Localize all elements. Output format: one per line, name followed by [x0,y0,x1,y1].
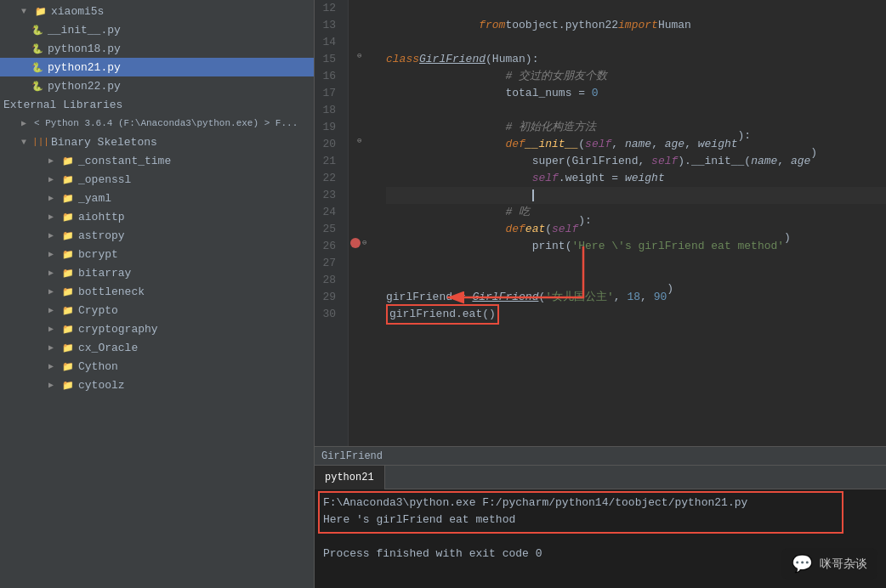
collapse-icon: ▶ [17,116,31,130]
folder-icon: 📁 [61,172,75,186]
line-num-24: 24 [315,204,341,221]
sidebar-item-crypto[interactable]: ▶ 📁 Crypto [0,301,314,319]
terminal-tab-python21[interactable]: python21 [315,466,385,489]
sidebar-item-label: External Libraries [3,99,122,111]
sidebar-item-label: cryptography [78,323,158,336]
folder-icon: 📁 [61,378,75,392]
py-file-icon: 🐍 [31,60,44,74]
sidebar-item-label: _constant_time [78,155,171,167]
line-num-15: 15 [315,51,341,68]
py-file-icon: 🐍 [31,23,44,37]
folder-icon: 📁 [61,191,75,205]
sidebar-item-python21[interactable]: 🐍 python21.py [0,58,314,76]
folder-arrow: ▶ [44,154,58,167]
folder-icon: 📁 [34,4,48,18]
sidebar-item-openssl[interactable]: ▶ 📁 _openssl [0,170,314,189]
sidebar-item-label: _yaml [78,192,111,205]
folder-arrow: ▶ [44,285,58,298]
folder-icon: 📁 [61,359,75,373]
line-num-27: 27 [315,255,341,272]
line-num-17: 17 [315,85,341,102]
sidebar-item-label: Cython [78,360,118,373]
folder-icon: 📁 [61,322,75,336]
editor-area: 12 13 14 15 16 17 18 19 20 21 22 23 24 2… [315,0,886,588]
sidebar-item-cx-oracle[interactable]: ▶ 📁 cx_Oracle [0,338,314,357]
code-line-26: print('Here \'s girlFriend eat method') [386,238,886,255]
sidebar-item-label: < Python 3.6.4 (F:\Anaconda3\python.exe)… [34,118,298,128]
code-line-14 [386,34,886,51]
line-num-19: 19 [315,119,341,136]
line-numbers: 12 13 14 15 16 17 18 19 20 21 22 23 24 2… [315,0,349,446]
line-num-12: 12 [315,0,341,17]
line-num-22: 22 [315,170,341,187]
terminal-line-3 [323,529,877,546]
sidebar-item-astropy[interactable]: ▶ 📁 astropy [0,226,314,245]
sidebar-item-label: python18.py [48,42,121,55]
code-line-27 [386,255,886,272]
folder-icon: 📁 [61,210,75,223]
line-num-13: 13 [315,17,341,34]
code-line-29: girlFriend = GirlFriend('女儿国公主', 18, 90) [386,289,886,306]
red-box-eat-call: girlFriend.eat() [386,304,499,325]
sidebar-item-label: cytoolz [78,379,125,392]
line-num-14: 14 [315,34,341,51]
folder-arrow: ▶ [44,229,58,242]
terminal-tab-bar: python21 [315,466,886,489]
sidebar-item-bottleneck[interactable]: ▶ 📁 bottleneck [0,282,314,301]
folder-arrow: ▶ [44,378,58,392]
terminal-line-1: F:\Anaconda3\python.exe F:/pycharm/pytho… [323,495,877,512]
gutter: ⊖ ⊖ ⊖ [349,0,379,446]
sidebar-item-bitarray[interactable]: ▶ 📁 bitarray [0,263,314,282]
sidebar-item-label: bitarray [78,267,131,280]
line-num-28: 28 [315,272,341,289]
folder-icon: 📁 [61,341,75,354]
editor-content: 12 13 14 15 16 17 18 19 20 21 22 23 24 2… [315,0,886,446]
fold-20: ⊖ [357,136,361,145]
folder-arrow: ▶ [44,172,58,186]
terminal-line-2: Here 's girlFriend eat method [323,512,877,529]
breakpoint-dot [350,238,361,248]
line-num-20: 20 [315,136,341,153]
line-num-23: 23 [315,187,341,204]
code-editor[interactable]: from toobject.python22 import Human clas… [379,0,886,446]
sidebar-item-python22[interactable]: 🐍 python22.py [0,76,314,95]
sidebar-item-bcrypt[interactable]: ▶ 📁 bcrypt [0,245,314,263]
sidebar: ▼ 📁 xiaomi5s 🐍 __init__.py 🐍 python18.py… [0,0,315,588]
editor-status-bar: GirlFriend [315,446,886,465]
sidebar-item-constant-time[interactable]: ▶ 📁 _constant_time [0,151,314,170]
folder-arrow: ▶ [44,303,58,317]
sidebar-item-label: bottleneck [78,286,145,298]
expand-icon: ▼ [17,4,31,18]
sidebar-item-cython[interactable]: ▶ 📁 Cython [0,357,314,376]
sidebar-item-cytoolz[interactable]: ▶ 📁 cytoolz [0,376,314,394]
fold-15: ⊖ [357,51,361,60]
py-file-icon: 🐍 [31,79,44,93]
folder-icon: 📁 [61,266,75,280]
folder-icon: 📁 [61,229,75,242]
folder-icon: 📁 [61,303,75,317]
code-line-17: total_nums = 0 [386,85,886,102]
expand-icon: ▼ [17,135,31,149]
sidebar-item-binary-skeletons[interactable]: ▼ ||| Binary Skeletons [0,133,314,151]
folder-icon: 📁 [61,247,75,261]
sidebar-item-yaml[interactable]: ▶ 📁 _yaml [0,189,314,207]
sidebar-item-external-libs[interactable]: External Libraries [0,95,314,114]
sidebar-item-python18[interactable]: 🐍 python18.py [0,39,314,58]
sidebar-item-python-env[interactable]: ▶ < Python 3.6.4 (F:\Anaconda3\python.ex… [0,114,314,133]
line-num-25: 25 [315,221,341,238]
sidebar-item-aiohttp[interactable]: ▶ 📁 aiohttp [0,207,314,226]
code-line-28 [386,272,886,289]
folder-icon: 📁 [61,285,75,298]
sidebar-item-label: python22.py [48,80,121,93]
main-area: ▼ 📁 xiaomi5s 🐍 __init__.py 🐍 python18.py… [0,0,886,588]
wechat-watermark: 💬 咪哥杂谈 [781,548,877,580]
fold-25: ⊖ [362,238,366,247]
line-num-16: 16 [315,68,341,85]
sidebar-item-init-py[interactable]: 🐍 __init__.py [0,20,314,39]
sidebar-item-xiaomi5s[interactable]: ▼ 📁 xiaomi5s [0,2,314,20]
sidebar-item-label: _openssl [78,173,131,186]
sidebar-item-label: xiaomi5s [51,5,104,18]
py-file-icon: 🐍 [31,42,44,55]
sidebar-item-cryptography[interactable]: ▶ 📁 cryptography [0,319,314,338]
folder-arrow: ▶ [44,191,58,205]
